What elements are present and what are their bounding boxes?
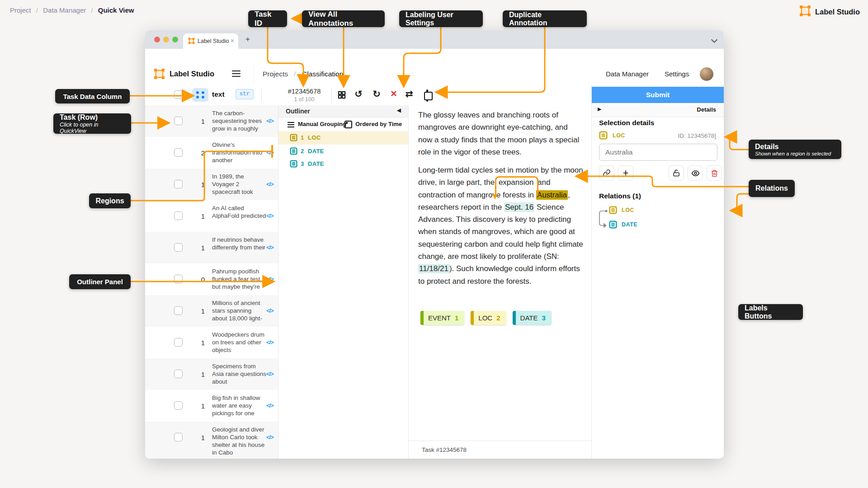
row-checkbox[interactable] [174, 117, 183, 125]
table-row[interactable]: 1 The carbon-sequestering trees grow in … [145, 105, 278, 137]
view-all-annotations-icon[interactable] [336, 90, 348, 102]
region-meta-input[interactable]: Australia [599, 144, 717, 161]
table-row[interactable]: 1 Geologist and diver Milton Carlo took … [145, 422, 278, 459]
relation-to-row[interactable]: DATE [609, 221, 637, 229]
code-icon[interactable]: </> [266, 402, 274, 409]
traffic-close-button[interactable] [154, 37, 160, 42]
row-text-cell[interactable]: If neutrinos behave differently from the… [212, 236, 267, 251]
label-button[interactable]: EVENT 1 [420, 311, 464, 325]
breadcrumb-project[interactable]: Project [10, 6, 31, 14]
select-all-checkbox[interactable] [174, 90, 183, 99]
tab-list-chevron-icon[interactable] [711, 37, 717, 43]
table-row[interactable]: 1 In 1989, the Voyager 2 spacecraft took… [145, 169, 278, 200]
label-button[interactable]: DATE 3 [513, 311, 552, 325]
breadcrumb-projects[interactable]: Projects [263, 70, 288, 78]
breadcrumb-data-manager[interactable]: Data Manager [43, 6, 86, 14]
hamburger-menu-icon[interactable] [232, 70, 241, 79]
row-checkbox[interactable] [174, 370, 183, 378]
callout-regions: Regions [89, 193, 131, 208]
doc-text-segment[interactable]: expansion [497, 178, 536, 187]
row-text-cell[interactable]: The carbon-sequestering trees grow in a … [212, 109, 267, 132]
expand-triangle-icon[interactable]: ▶ [598, 106, 601, 112]
redo-icon[interactable]: ↻ [371, 89, 382, 99]
traffic-minimize-button[interactable] [163, 37, 169, 42]
callout-task-id: Task ID [248, 10, 287, 27]
document-paragraph-annotated[interactable]: Long-term tidal cycles set in motion by … [418, 164, 584, 287]
column-header-text[interactable]: text [212, 90, 225, 99]
row-text-cell[interactable]: In 1989, the Voyager 2 spacecraft took [212, 173, 267, 196]
row-text-cell[interactable]: Geologist and diver Milton Carlo took sh… [212, 426, 267, 456]
table-row[interactable]: 1 Millions of ancient stars spanning abo… [145, 295, 278, 327]
code-icon[interactable]: </> [266, 212, 274, 219]
new-tab-button[interactable]: + [245, 35, 250, 44]
row-checkbox[interactable] [174, 243, 183, 252]
traffic-maximize-button[interactable] [172, 37, 178, 42]
code-icon[interactable]: </> [266, 117, 274, 124]
nav-settings[interactable]: Settings [665, 70, 689, 78]
ordering-selector[interactable]: Ordered by Time [355, 121, 402, 127]
task-pagination: 1 of 100 [277, 96, 331, 103]
row-text-cell[interactable]: Big fish in shallow water are easy picki… [212, 394, 267, 417]
grouping-selector[interactable]: Manual Grouping [298, 121, 346, 127]
region-list-item[interactable]: 2 DATE [278, 145, 408, 157]
region-list-item[interactable]: 3 DATE [278, 157, 408, 170]
region-type-icon [609, 221, 617, 229]
undo-icon[interactable]: ↺ [353, 89, 364, 99]
row-text-cell[interactable]: Specimens from Asia raise questions abou… [212, 362, 267, 385]
row-checkbox[interactable] [174, 338, 183, 347]
code-icon[interactable]: </> [266, 371, 274, 377]
doc-text-segment[interactable]: Sept. 16 [504, 202, 534, 212]
relation-from-row[interactable]: LOC [609, 206, 634, 214]
doc-text-segment[interactable]: Australia [536, 190, 568, 200]
row-text-cell[interactable]: Woodpeckers drum on trees and other obje… [212, 331, 267, 354]
user-avatar[interactable] [700, 67, 713, 81]
table-row[interactable]: 1 An AI called AlphaFold predicted </> [145, 200, 278, 232]
row-text-cell[interactable]: Pahrump poolfish flunked a fear test, bu… [212, 267, 267, 291]
code-icon[interactable]: </> [266, 181, 274, 188]
table-row[interactable]: 1 Woodpeckers drum on trees and other ob… [145, 327, 278, 358]
code-icon[interactable]: </> [266, 244, 274, 251]
code-icon[interactable]: </> [266, 276, 274, 282]
table-row[interactable]: 1 If neutrinos behave differently from t… [145, 232, 278, 263]
submit-button[interactable]: Submit [592, 87, 724, 103]
create-relation-link-icon[interactable] [599, 165, 614, 181]
column-drag-handle-icon[interactable] [192, 88, 208, 102]
code-icon[interactable]: </> [266, 339, 274, 346]
callout-relations: Relations [749, 180, 795, 197]
label-button[interactable]: LOC 2 [471, 311, 506, 325]
table-row[interactable]: 1 Specimens from Asia raise questions ab… [145, 358, 278, 390]
visibility-eye-icon[interactable] [688, 165, 703, 181]
region-index: 1 [301, 134, 304, 141]
duplicate-annotation-icon[interactable] [420, 90, 432, 101]
table-row[interactable]: 1 Big fish in shallow water are easy pic… [145, 390, 278, 422]
row-text-cell[interactable]: An AI called AlphaFold predicted [212, 204, 267, 220]
browser-tab[interactable]: Label Studio × [183, 33, 238, 49]
document-paragraph[interactable]: The glossy leaves and branching roots of… [418, 109, 584, 158]
row-text-cell[interactable]: Olivine's transformation into another [212, 141, 267, 164]
row-text-cell[interactable]: Millions of ancient stars spanning about… [212, 299, 267, 322]
reset-cross-icon[interactable]: × [388, 87, 400, 100]
collapse-panel-icon[interactable]: ◀ [397, 107, 401, 113]
callout-labeling-user-settings: Labeling User Settings [399, 10, 483, 27]
table-row[interactable]: 2 Olivine's transformation into another … [145, 137, 278, 169]
table-row[interactable]: 0 Pahrump poolfish flunked a fear test, … [145, 263, 278, 295]
row-checkbox[interactable] [174, 401, 183, 410]
row-checkbox[interactable] [174, 148, 183, 157]
row-checkbox[interactable] [174, 433, 183, 441]
tab-close-icon[interactable]: × [231, 37, 234, 44]
code-icon[interactable]: </> [266, 434, 274, 441]
code-icon[interactable]: </> [266, 149, 274, 156]
doc-text-segment[interactable]: Science Advances. This discovery is key … [418, 203, 583, 261]
delete-region-trash-icon[interactable] [707, 165, 722, 181]
lock-region-icon[interactable] [669, 165, 684, 181]
doc-text-segment[interactable]: 11/18/21 [418, 264, 449, 273]
code-icon[interactable]: </> [266, 307, 274, 314]
nav-data-manager[interactable]: Data Manager [606, 70, 649, 78]
region-list-item[interactable]: 1 LOC [278, 131, 408, 145]
add-meta-button[interactable]: + [618, 165, 633, 181]
row-checkbox[interactable] [174, 211, 183, 220]
row-checkbox[interactable] [174, 275, 183, 283]
row-checkbox[interactable] [174, 306, 183, 315]
row-checkbox[interactable] [174, 180, 183, 188]
labeling-user-settings-icon[interactable]: ⇄ [403, 89, 415, 99]
